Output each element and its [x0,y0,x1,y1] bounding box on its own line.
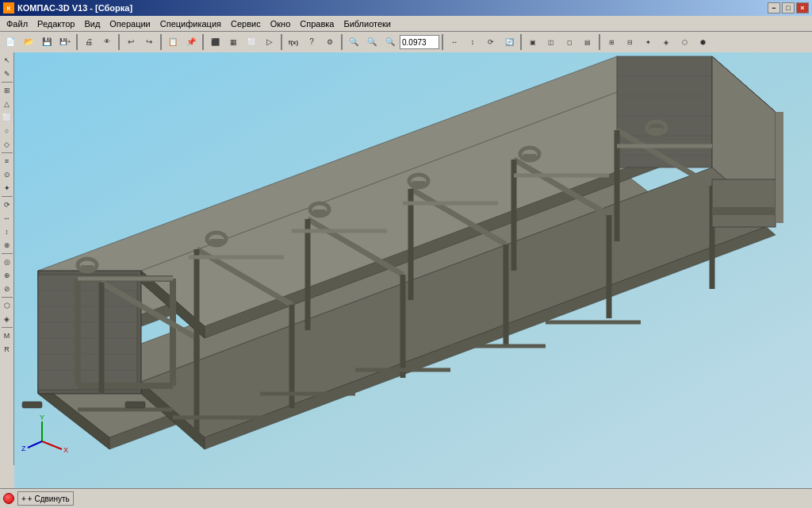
left-sep-5 [2,297,13,298]
left-tool-15[interactable]: ◎ [1,256,13,268]
title-bar-controls[interactable]: − □ × [768,2,809,13]
view-btn-1[interactable]: ↔ [446,33,463,51]
status-bar: + + Сдвинуть [0,488,812,508]
separator-3 [160,34,162,50]
viewport[interactable]: X Y Z [14,52,812,488]
svg-text:Y: Y [40,414,44,421]
window-minimize-button[interactable]: − [768,2,780,13]
print-preview-button[interactable]: 👁 [98,33,116,51]
svg-rect-81 [125,402,145,408]
render-btn-3[interactable]: ◻ [561,33,578,51]
left-tool-2[interactable]: ✎ [1,67,13,80]
svg-rect-70 [313,210,326,216]
left-tool-4[interactable]: △ [1,98,13,110]
left-tool-5[interactable]: ⬜ [1,111,13,124]
left-tool-8[interactable]: ≡ [1,155,13,167]
undo-button[interactable]: ↩ [122,33,140,51]
left-sep-4 [2,253,13,254]
separator-4 [202,34,204,50]
left-tool-18[interactable]: ⬡ [1,299,13,312]
print-button[interactable]: 🖨 [80,33,98,51]
save-all-button[interactable]: 💾+ [56,33,74,51]
move-button[interactable]: + + Сдвинуть [17,491,74,506]
title-bar-left: К КОМПАС-3D V13 - [Сборка] [3,2,132,13]
open-button[interactable]: 📂 [20,33,37,51]
left-tool-16[interactable]: ⊕ [1,269,13,282]
svg-rect-68 [210,239,223,245]
tool-8[interactable]: 🔍 [345,33,362,51]
left-tool-3[interactable]: ⊞ [1,84,13,97]
tool-1[interactable]: ⬛ [206,33,224,51]
orient-btn-2[interactable]: ⊟ [621,33,638,51]
menu-specification[interactable]: Спецификация [155,17,226,30]
tool-10[interactable]: 🔍 [381,33,399,51]
svg-marker-23 [617,56,712,167]
misc-btn-1[interactable]: ✦ [639,33,657,51]
new-button[interactable]: 📄 [2,33,19,51]
title-bar: К КОМПАС-3D V13 - [Сборка] − □ × [0,0,812,16]
view-btn-4[interactable]: 🔄 [500,33,518,51]
render-btn-2[interactable]: ◫ [542,33,560,51]
separator-1 [76,34,78,50]
render-btn-4[interactable]: ▤ [579,33,596,51]
left-tool-19[interactable]: ◈ [1,313,13,325]
menu-help[interactable]: Справка [295,17,339,30]
svg-rect-78 [712,207,776,215]
separator-7 [442,34,443,50]
render-btn-1[interactable]: ▣ [524,33,542,51]
left-tool-11[interactable]: ⟳ [1,198,13,211]
menu-service[interactable]: Сервис [226,17,266,30]
left-tool-1[interactable]: ↖ [1,54,13,67]
left-tool-13[interactable]: ↕ [1,225,13,238]
orient-btn-1[interactable]: ⊞ [603,33,620,51]
left-sep-6 [2,327,13,328]
window-maximize-button[interactable]: □ [782,2,795,13]
tool-4[interactable]: ▷ [261,33,278,51]
view-btn-3[interactable]: ⟳ [482,33,500,51]
left-tool-21[interactable]: R [1,343,13,356]
scale-input[interactable] [400,35,439,49]
left-tool-6[interactable]: ○ [1,125,13,137]
tool-7[interactable]: ⚙ [321,33,339,51]
menu-file[interactable]: Файл [2,17,33,30]
svg-text:Z: Z [21,444,26,452]
menu-window[interactable]: Окно [266,17,296,30]
save-button[interactable]: 💾 [38,33,56,51]
left-tool-7[interactable]: ◇ [1,138,13,151]
svg-rect-76 [650,128,663,134]
menu-view[interactable]: Вид [79,17,105,30]
window-close-button[interactable]: × [796,2,809,13]
move-button-label: + Сдвинуть [28,495,70,503]
left-tool-10[interactable]: ✦ [1,182,13,194]
svg-text:X: X [63,446,68,454]
separator-6 [341,34,343,50]
tool-5[interactable]: f(x) [285,33,302,51]
tool-2[interactable]: ▦ [224,33,242,51]
separator-5 [281,34,282,50]
redo-button[interactable]: ↪ [140,33,158,51]
tool-6[interactable]: ? [303,33,320,51]
copy-button[interactable]: 📋 [164,33,182,51]
left-tool-9[interactable]: ⊙ [1,168,13,181]
left-sep-2 [2,152,13,153]
svg-rect-74 [523,154,536,160]
tool-9[interactable]: 🔍 [363,33,381,51]
misc-btn-3[interactable]: ⬡ [676,33,693,51]
misc-btn-4[interactable]: ⬢ [694,33,711,51]
menu-operations[interactable]: Операции [105,17,155,30]
left-sep-3 [2,196,13,197]
menu-editor[interactable]: Редактор [33,17,79,30]
left-tool-14[interactable]: ⊗ [1,239,13,252]
tool-3[interactable]: ⬜ [243,33,260,51]
left-tool-17[interactable]: ⊘ [1,283,13,295]
left-tool-20[interactable]: M [1,329,13,342]
separator-9 [599,34,600,50]
left-tool-12[interactable]: ↔ [1,212,13,225]
left-panel: ↖ ✎ ⊞ △ ⬜ ○ ◇ ≡ ⊙ ✦ ⟳ ↔ ↕ ⊗ ◎ ⊕ ⊘ ⬡ ◈ M … [0,52,14,465]
paste-button[interactable]: 📌 [182,33,200,51]
misc-btn-2[interactable]: ◈ [657,33,675,51]
menu-libraries[interactable]: Библиотеки [339,17,396,30]
view-btn-2[interactable]: ↕ [464,33,481,51]
svg-rect-72 [412,181,425,187]
svg-rect-79 [776,112,783,223]
